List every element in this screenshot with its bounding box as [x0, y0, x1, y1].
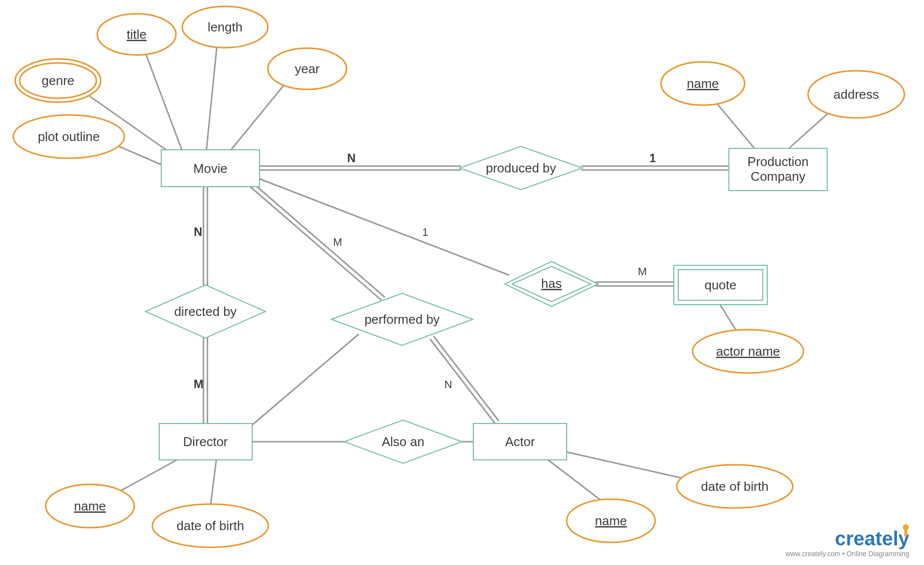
creately-logo: creately www.creately.com • Online Diagr… — [785, 524, 910, 558]
svg-text:quote: quote — [704, 278, 736, 292]
card-movie-produced: N — [347, 151, 355, 165]
card-pc-produced: 1 — [649, 151, 656, 165]
entity-quote: quote — [674, 265, 767, 305]
svg-text:date of birth: date of birth — [176, 518, 244, 533]
card-actor-performed: N — [444, 378, 452, 391]
svg-text:directed by: directed by — [174, 304, 236, 319]
svg-text:has: has — [541, 276, 562, 291]
svg-text:Company: Company — [751, 169, 805, 184]
attr-actor-name: name — [567, 499, 655, 542]
edge-quote-actorname — [720, 305, 737, 332]
card-quote-has: M — [638, 265, 647, 278]
edge-actor-dob — [567, 452, 697, 481]
attr-pc-name: name — [661, 62, 745, 105]
svg-text:date of birth: date of birth — [701, 479, 768, 494]
svg-text:name: name — [74, 499, 106, 513]
attr-year: year — [268, 48, 346, 89]
svg-text:Actor: Actor — [505, 434, 535, 449]
attr-director-dob: date of birth — [152, 504, 268, 547]
edge-movie-performedby — [250, 187, 381, 300]
attr-pc-address: address — [808, 71, 904, 118]
svg-line-4 — [254, 184, 385, 297]
entity-movie: Movie — [161, 150, 260, 187]
attr-genre: genre — [15, 59, 101, 102]
svg-text:performed by: performed by — [364, 312, 439, 327]
svg-text:actor name: actor name — [716, 344, 780, 359]
entity-director: Director — [159, 424, 252, 460]
svg-text:Production: Production — [748, 154, 808, 169]
edge-director-dob — [210, 460, 216, 507]
rel-directed-by: directed by — [145, 285, 265, 338]
svg-text:name: name — [687, 76, 719, 91]
svg-text:Also an: Also an — [382, 434, 425, 449]
edge-director-performedby — [252, 334, 359, 425]
edge-movie-title — [143, 45, 182, 150]
attr-plot-outline: plot outline — [13, 115, 124, 158]
edge-actor-name — [548, 460, 605, 503]
svg-text:year: year — [295, 61, 320, 76]
svg-text:Director: Director — [183, 434, 228, 449]
edge-performedby-actor — [430, 339, 495, 424]
card-movie-has: 1 — [422, 226, 428, 238]
svg-text:name: name — [595, 513, 627, 528]
attr-director-name: name — [46, 484, 134, 528]
svg-text:length: length — [208, 20, 243, 34]
card-movie-directed: N — [194, 225, 202, 238]
svg-text:title: title — [127, 27, 146, 42]
entity-actor: Actor — [473, 424, 567, 460]
attr-quote-actor-name: actor name — [693, 330, 804, 373]
creately-tagline: www.creately.com • Online Diagramming — [785, 550, 909, 558]
card-director-directed: M — [194, 377, 203, 391]
attr-title: title — [97, 14, 176, 55]
svg-text:produced by: produced by — [486, 161, 556, 175]
er-diagram: genre title length year plot outline nam… — [0, 0, 924, 565]
attr-actor-dob: date of birth — [677, 465, 793, 508]
rel-produced-by: produced by — [460, 146, 582, 190]
svg-text:genre: genre — [42, 73, 75, 88]
edge-movie-length — [206, 38, 218, 150]
svg-text:address: address — [834, 87, 879, 102]
attr-length: length — [182, 6, 268, 48]
rel-also-an: Also an — [344, 420, 462, 463]
entity-production-company: Production Company — [729, 148, 827, 191]
svg-text:plot outline: plot outline — [38, 129, 100, 144]
svg-text:Movie: Movie — [193, 161, 227, 176]
rel-performed-by: performed by — [331, 293, 473, 345]
svg-rect-57 — [904, 530, 907, 537]
svg-line-5 — [433, 336, 499, 421]
svg-point-56 — [903, 524, 909, 530]
card-movie-performed: M — [333, 236, 342, 248]
rel-has: has — [505, 261, 598, 307]
svg-text:creately: creately — [835, 528, 910, 549]
